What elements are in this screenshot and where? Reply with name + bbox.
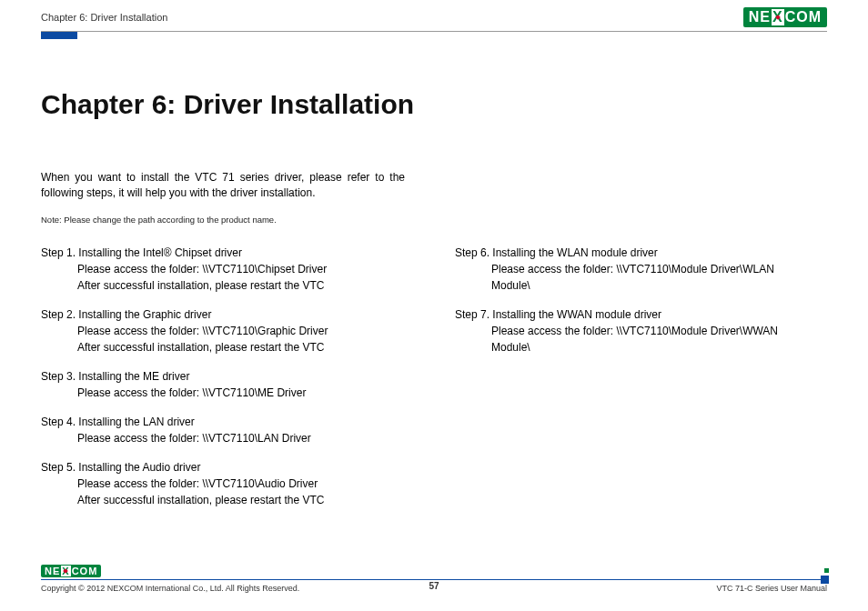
logo-part-ne: NE <box>749 9 771 25</box>
install-step: Step 5. Installing the Audio driverPleas… <box>41 459 400 508</box>
step-detail: Please access the folder: \\VTC7110\LAN … <box>41 430 400 446</box>
step-title: Step 7. Installing the WWAN module drive… <box>455 306 814 323</box>
step-title: Step 1. Installing the Intel® Chipset dr… <box>41 245 400 261</box>
manual-name: VTC 71-C Series User Manual <box>716 584 827 593</box>
copyright-text: Copyright © 2012 NEXCOM International Co… <box>41 584 299 593</box>
install-step: Step 2. Installing the Graphic driverPle… <box>41 306 400 356</box>
step-title: Step 5. Installing the Audio driver <box>41 459 400 476</box>
page-content: Chapter 6: Driver Installation When you … <box>0 39 868 521</box>
logo-part-ne: NE <box>45 566 60 576</box>
step-title: Step 2. Installing the Graphic driver <box>41 306 400 323</box>
step-detail: After successful installation, please re… <box>41 492 400 508</box>
steps-columns: Step 1. Installing the Intel® Chipset dr… <box>41 245 827 521</box>
install-step: Step 7. Installing the WWAN module drive… <box>455 306 814 356</box>
step-title: Step 6. Installing the WLAN module drive… <box>455 245 814 261</box>
logo-part-x: X <box>61 566 70 576</box>
steps-column-right: Step 6. Installing the WLAN module drive… <box>455 245 814 521</box>
page-footer: NEXCOM Copyright © 2012 NEXCOM Internati… <box>41 565 827 593</box>
step-detail: After successful installation, please re… <box>41 277 400 294</box>
header-chapter-label: Chapter 6: Driver Installation <box>41 12 167 23</box>
steps-column-left: Step 1. Installing the Intel® Chipset dr… <box>41 245 400 521</box>
nexcom-logo: NEXCOM <box>743 7 827 27</box>
install-step: Step 1. Installing the Intel® Chipset dr… <box>41 245 400 294</box>
page-header: Chapter 6: Driver Installation NEXCOM <box>0 0 868 31</box>
footer-logo: NEXCOM <box>41 565 827 577</box>
logo-box: NEXCOM <box>743 7 827 27</box>
step-detail: Please access the folder: \\VTC7110\ME D… <box>41 385 400 401</box>
intro-paragraph: When you want to install the VTC 71 seri… <box>41 170 405 202</box>
step-detail: Please access the folder: \\VTC7110\Grap… <box>41 323 400 339</box>
header-blue-tab <box>41 31 77 39</box>
install-step: Step 6. Installing the WLAN module drive… <box>455 245 814 294</box>
header-rule <box>41 31 827 32</box>
page-title: Chapter 6: Driver Installation <box>41 89 827 120</box>
logo-part-com: COM <box>785 9 822 25</box>
footer-row: Copyright © 2012 NEXCOM International Co… <box>41 584 827 593</box>
logo-part-com: COM <box>72 566 98 576</box>
step-detail: Please access the folder: \\VTC7110\Modu… <box>455 261 814 294</box>
note-text: Note: Please change the path according t… <box>41 215 827 225</box>
logo-part-x: X <box>772 9 784 25</box>
footer-logo-box: NEXCOM <box>41 565 101 577</box>
step-detail: Please access the folder: \\VTC7110\Chip… <box>41 261 400 277</box>
footer-rule <box>41 579 827 580</box>
step-detail: Please access the folder: \\VTC7110\Audi… <box>41 476 400 492</box>
step-detail: After successful installation, please re… <box>41 339 400 356</box>
install-step: Step 4. Installing the LAN driverPlease … <box>41 414 400 446</box>
step-title: Step 3. Installing the ME driver <box>41 368 400 385</box>
step-title: Step 4. Installing the LAN driver <box>41 414 400 430</box>
page-number: 57 <box>429 581 439 591</box>
step-detail: Please access the folder: \\VTC7110\Modu… <box>455 323 814 356</box>
install-step: Step 3. Installing the ME driverPlease a… <box>41 368 400 401</box>
